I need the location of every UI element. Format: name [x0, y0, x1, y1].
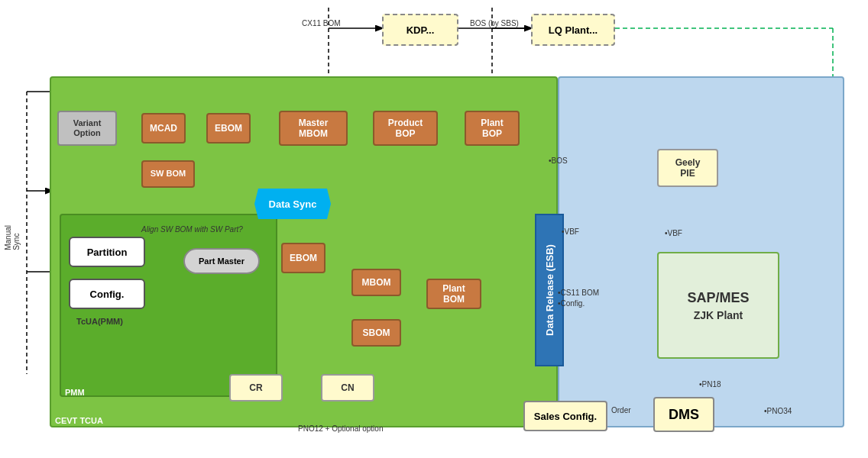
plant-bop-box: Plant BOP [465, 111, 520, 146]
config-label-arrow: •Config. [558, 299, 585, 308]
lq-plant-label: LQ Plant... [549, 24, 598, 36]
mcad-box: MCAD [141, 113, 186, 144]
geely-pie-box: Geely PIE [657, 149, 718, 187]
master-mbom-box: Master MBOM [279, 111, 348, 146]
diagram-container: KDP... LQ Plant... CX11 BOM BOS (by SBS)… [0, 0, 868, 458]
partition-box: Partition [69, 237, 145, 267]
geely-pie-label: Geely PIE [675, 157, 701, 179]
pn18-label: •PN18 [699, 380, 721, 389]
data-release-label: Data Release (ESB) [544, 244, 555, 336]
variant-option-box: Variant Option [57, 111, 117, 146]
align-sw-bom-label: Align SW BOM with SW Part? [141, 225, 243, 234]
data-sync-label: Data Sync [269, 198, 317, 210]
config-label: Config. [90, 289, 125, 300]
pno12-label: PNO12 + Optional option [298, 424, 383, 433]
part-master-label: Part Master [199, 256, 245, 266]
cr-box: CR [229, 374, 283, 402]
vbf1-label: •VBF [562, 227, 579, 236]
cn-label: CN [341, 382, 354, 393]
pmm-label: PMM [65, 388, 85, 397]
plant-bom-label: Plant BOM [442, 283, 465, 305]
cr-label: CR [249, 382, 262, 393]
product-bop-box: Product BOP [373, 111, 438, 146]
sw-bom-label: SW BOM [151, 169, 186, 179]
cn-box: CN [321, 374, 374, 402]
vbf2-label: •VBF [665, 229, 682, 237]
sales-config-box: Sales Config. [523, 401, 607, 431]
mbom-inner-label: MBOM [362, 277, 391, 288]
zjk-plant-label: ZJK Plant [694, 309, 743, 321]
partition-label: Partition [87, 247, 128, 258]
lq-plant-box: LQ Plant... [531, 14, 615, 46]
plant-bom-box: Plant BOM [426, 279, 481, 309]
pno34-label: •PNO34 [764, 407, 792, 415]
ebom-top-box: EBOM [206, 113, 251, 144]
variant-option-label: Variant Option [73, 118, 102, 138]
sw-bom-box: SW BOM [141, 160, 195, 188]
kdp-box: KDP... [382, 14, 458, 46]
ebom-inner-label: EBOM [290, 253, 317, 263]
dms-label: DMS [669, 407, 699, 423]
cs11-bom-label: •CS11 BOM [558, 289, 599, 297]
sap-mes-label: SAP/MES [687, 290, 749, 306]
bos-by-sbs-label: BOS (by SBS) [470, 19, 519, 27]
bos-label: •BOS [549, 156, 568, 165]
tcua-pmm-label: TcUA(PMM) [76, 317, 123, 326]
mcad-label: MCAD [150, 123, 177, 134]
cevt-tcua-label: CEVT TCUA [55, 416, 103, 425]
mbom-inner-box: MBOM [351, 269, 401, 296]
ebom-top-label: EBOM [215, 123, 242, 134]
sbom-box: SBOM [351, 319, 401, 347]
cx11-bom-label: CX11 BOM [302, 19, 341, 27]
plant-bop-label: Plant BOP [481, 118, 503, 140]
order-label: Order [611, 406, 631, 414]
kdp-label: KDP... [406, 24, 435, 36]
dms-box: DMS [653, 397, 714, 432]
sales-config-label: Sales Config. [534, 411, 597, 422]
config-box: Config. [69, 279, 145, 309]
data-sync-box: Data Sync [254, 189, 331, 219]
manual-sync-label: Manual Sync [4, 225, 21, 250]
sap-mes-box: SAP/MES ZJK Plant [657, 252, 779, 359]
part-master-box: Part Master [183, 248, 260, 274]
product-bop-label: Product BOP [388, 118, 423, 140]
ebom-inner-box: EBOM [281, 243, 326, 273]
sbom-label: SBOM [363, 327, 390, 338]
master-mbom-label: Master MBOM [299, 118, 329, 140]
